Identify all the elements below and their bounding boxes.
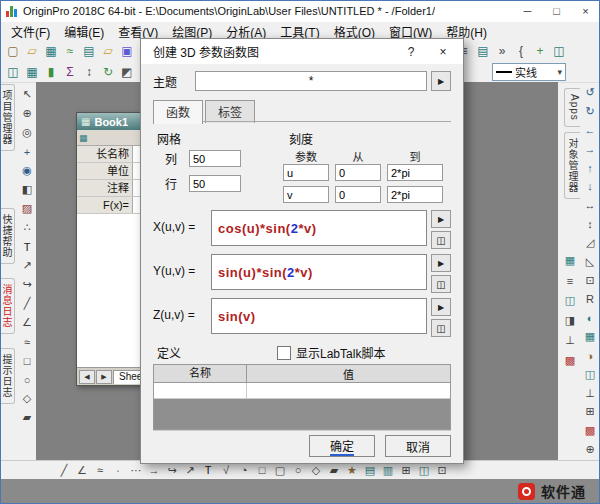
- polygon-shape-icon[interactable]: ◇: [308, 462, 324, 478]
- theme-input[interactable]: *: [195, 71, 427, 91]
- scale-to-input[interactable]: [387, 186, 443, 203]
- rotate-cw-icon[interactable]: ↻: [582, 103, 599, 120]
- new-graph-icon[interactable]: ≈: [61, 42, 79, 60]
- frame-icon[interactable]: ⊞: [582, 404, 599, 421]
- curved-arrow-annotation-icon[interactable]: ↪: [164, 462, 180, 478]
- add-graph-layer-icon[interactable]: +: [531, 42, 549, 60]
- tab-project-explorer[interactable]: 项目管理器: [0, 84, 15, 151]
- tilt-right-icon[interactable]: →: [582, 140, 599, 157]
- name-cell[interactable]: [154, 383, 247, 398]
- next-sheet-button[interactable]: ▶: [96, 370, 112, 384]
- mesh-grid-icon[interactable]: ▦: [582, 328, 599, 345]
- dialog-tab[interactable]: 标签: [205, 100, 255, 123]
- menu-item[interactable]: 编辑(E): [57, 22, 111, 41]
- polyline-tool-icon[interactable]: ∠: [19, 314, 36, 331]
- cancel-button[interactable]: 取消: [385, 435, 451, 457]
- time-stamp-icon[interactable]: ◔: [236, 462, 252, 478]
- stretch-horizontal-icon[interactable]: ↔: [582, 197, 599, 214]
- line-tool-icon[interactable]: ╱: [19, 295, 36, 312]
- scale-from-input[interactable]: [335, 186, 381, 203]
- dots-annotation-icon[interactable]: ⋯: [128, 462, 144, 478]
- save-project-icon[interactable]: ▣: [118, 42, 136, 60]
- data-selector-tool-icon[interactable]: ◧: [19, 181, 36, 198]
- tab-apps[interactable]: Apps: [564, 88, 580, 127]
- equation-icon[interactable]: √: [218, 462, 234, 478]
- tab-messages-log[interactable]: 消息日志: [0, 278, 15, 334]
- duplicate-window-icon[interactable]: ◫: [4, 63, 22, 81]
- zoom-in-tool-icon[interactable]: ⊕: [19, 105, 36, 122]
- polygon-tool-icon[interactable]: ◇: [19, 390, 36, 407]
- axis-dialog-icon[interactable]: ⊥: [562, 332, 579, 349]
- decrease-perspective-icon[interactable]: ◺: [582, 253, 599, 270]
- circle-tool-icon[interactable]: ○: [19, 371, 36, 388]
- scale-param-input[interactable]: [283, 186, 329, 203]
- show-labtalk-checkbox[interactable]: [277, 346, 291, 360]
- object-list-icon[interactable]: ≡: [562, 272, 579, 289]
- menu-item[interactable]: 文件(F): [4, 22, 57, 41]
- function-expression-input[interactable]: cos(u)*sin( 2 *v): [211, 210, 427, 246]
- text-annotation-icon[interactable]: T: [200, 462, 216, 478]
- color-scale-icon[interactable]: ▥: [380, 462, 396, 478]
- apps-gallery-icon[interactable]: ▦: [562, 252, 579, 269]
- results-log-icon[interactable]: ▤: [474, 42, 492, 60]
- function-flyout-button[interactable]: ▶: [431, 298, 451, 316]
- scale-from-input[interactable]: [335, 164, 381, 181]
- statistics-on-column-icon[interactable]: Σ: [61, 63, 79, 81]
- plot-details-icon[interactable]: ◨: [562, 312, 579, 329]
- layer-manager-icon[interactable]: ◫: [550, 42, 568, 60]
- rectangle-shape-icon[interactable]: □: [254, 462, 270, 478]
- rotate-mode-icon[interactable]: ◐: [582, 310, 599, 327]
- dialog-close-button[interactable]: ×: [435, 45, 451, 59]
- reset-rotation-icon[interactable]: R: [582, 291, 599, 308]
- increase-perspective-icon[interactable]: ◿: [582, 234, 599, 251]
- new-legend-icon[interactable]: ▤: [362, 462, 378, 478]
- add-column-icon[interactable]: ▮: [42, 63, 60, 81]
- polyline-annotation-icon[interactable]: ∠: [74, 462, 90, 478]
- code-builder-icon[interactable]: {: [512, 42, 530, 60]
- north-arrow-icon[interactable]: ↗: [182, 462, 198, 478]
- axes-icon[interactable]: ⊥: [582, 385, 599, 402]
- function-builder-button[interactable]: ◫: [431, 319, 451, 337]
- rounded-rectangle-icon[interactable]: ▢: [272, 462, 288, 478]
- dialog-tab[interactable]: 函数: [153, 100, 203, 124]
- rotate-ccw-icon[interactable]: ↺: [582, 84, 599, 101]
- tilt-left-icon[interactable]: ←: [582, 122, 599, 139]
- layer-icon[interactable]: ◫: [582, 366, 599, 383]
- draw-data-tool-icon[interactable]: ∴: [19, 219, 36, 236]
- tab-quick-help[interactable]: 快捷帮助: [0, 208, 15, 264]
- tab-object-manager[interactable]: 对象管理器: [564, 132, 580, 199]
- data-reader-tool-icon[interactable]: ◉: [19, 162, 36, 179]
- color-manager-icon[interactable]: ▩: [562, 352, 579, 369]
- region-shape-icon[interactable]: ▰: [326, 462, 342, 478]
- new-project-icon[interactable]: ▢: [4, 42, 22, 60]
- dialog-titlebar[interactable]: 创建 3D 参数函数图 ? ×: [141, 39, 463, 64]
- lighting-icon[interactable]: ◑: [582, 347, 599, 364]
- protect-sheet-icon[interactable]: ◩: [118, 63, 136, 81]
- stretch-vertical-icon[interactable]: ↕: [582, 216, 599, 233]
- dialog-help-button[interactable]: ?: [403, 45, 419, 59]
- sort-icon[interactable]: ↕: [80, 63, 98, 81]
- new-folder-icon[interactable]: ▱: [23, 42, 41, 60]
- scale-to-input[interactable]: [387, 164, 443, 181]
- function-expression-input[interactable]: sin(v): [211, 298, 427, 334]
- arrow-tool-icon[interactable]: ↗: [19, 257, 36, 274]
- screen-reader-tool-icon[interactable]: +: [19, 143, 36, 160]
- mask-range-tool-icon[interactable]: ▨: [19, 200, 36, 217]
- spline-annotation-icon[interactable]: ≈: [92, 462, 108, 478]
- dot-annotation-icon[interactable]: ∙: [110, 462, 126, 478]
- tab-hints-log[interactable]: 提示日志: [0, 348, 15, 404]
- tilt-up-icon[interactable]: ↑: [582, 159, 599, 176]
- tilt-down-icon[interactable]: ↓: [582, 178, 599, 195]
- recalculate-icon[interactable]: ↻: [99, 63, 117, 81]
- star-shape-icon[interactable]: ★: [344, 462, 360, 478]
- mesh-count-input[interactable]: [189, 175, 241, 192]
- pointer-tool-icon[interactable]: ↖: [19, 86, 36, 103]
- function-builder-button[interactable]: ◫: [431, 231, 451, 249]
- freehand-tool-icon[interactable]: ≈: [19, 333, 36, 350]
- palette-icon[interactable]: ▩: [582, 422, 599, 439]
- xy-scaler-icon[interactable]: ⊞: [398, 462, 414, 478]
- circle-shape-icon[interactable]: ○: [290, 462, 306, 478]
- zoom-pan-tool-icon[interactable]: ◎: [19, 124, 36, 141]
- text-tool-icon[interactable]: T: [19, 238, 36, 255]
- function-expression-input[interactable]: sin(u)*sin( 2 *v): [211, 254, 427, 290]
